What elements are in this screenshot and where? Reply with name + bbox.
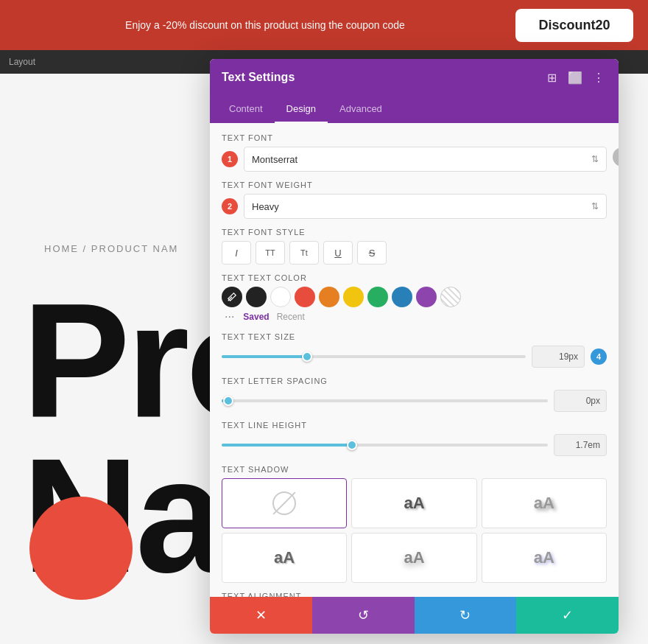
step-1-badge: 1 (222, 151, 238, 167)
line-height-fill (222, 444, 352, 447)
expand-icon[interactable]: ⊞ (543, 69, 560, 85)
banner-text: Enjoy a -20% discount on this product us… (15, 19, 515, 31)
step-3-badge[interactable] (222, 287, 242, 307)
bg-breadcrumb: HOME / PRODUCT NAM (44, 243, 178, 254)
recent-tab[interactable]: Recent (277, 312, 305, 322)
undo-icon: ↺ (358, 607, 369, 623)
confirm-icon: ✓ (562, 607, 573, 623)
redo-button[interactable]: ↻ (415, 597, 517, 634)
color-transparent[interactable] (440, 287, 461, 307)
top-bar-label: Layout (9, 57, 35, 67)
shadow-s2-preview: aA (534, 494, 554, 513)
letter-spacing-thumb[interactable] (223, 396, 233, 406)
shadow-options-grid: aA aA aA aA aA (222, 478, 607, 583)
shadow-s3-option[interactable]: aA (222, 533, 347, 583)
cancel-button[interactable]: ✕ (210, 597, 312, 634)
text-font-weight-value: Heavy (252, 201, 279, 212)
top-banner: Enjoy a -20% discount on this product us… (0, 0, 648, 50)
color-red[interactable] (295, 287, 315, 307)
tab-advanced[interactable]: Advanced (328, 96, 394, 123)
line-height-slider-row: 1.7em (222, 434, 607, 456)
shadow-s5-preview: aA (534, 548, 554, 567)
shadow-s4-option[interactable]: aA (351, 533, 476, 583)
shadow-none-option[interactable] (222, 478, 347, 528)
text-font-row: 1 Montserrat ⇅ (222, 147, 607, 172)
color-white[interactable] (270, 287, 291, 307)
letter-spacing-slider-row: 0px (222, 390, 607, 412)
bg-red-circle (29, 497, 133, 600)
step-4-badge: 4 (591, 349, 607, 365)
underline-button[interactable]: U (323, 241, 353, 265)
line-height-thumb[interactable] (347, 440, 357, 450)
shadow-s3-preview: aA (274, 548, 295, 567)
shadow-s2-option[interactable]: aA (482, 478, 607, 528)
shadow-s4-preview: aA (404, 548, 424, 567)
text-color-label: Text Text Color (222, 273, 607, 282)
color-picker-row (222, 287, 607, 307)
text-size-input[interactable]: 19px (532, 346, 585, 368)
shadow-s1-option[interactable]: aA (351, 478, 476, 528)
shadow-s1-preview: aA (404, 494, 424, 513)
font-select-arrow: ⇅ (591, 154, 599, 164)
text-alignment-label: Text Alignment (222, 592, 607, 597)
color-orange[interactable] (319, 287, 339, 307)
text-size-slider-row: 19px 4 (222, 346, 607, 368)
line-height-input[interactable]: 1.7em (554, 434, 607, 456)
panel-header-icons: ⊞ ⬜ ⋮ (543, 69, 607, 85)
panel-body: Text Font 1 Montserrat ⇅ Text Font Weigh… (210, 123, 619, 597)
letter-spacing-input[interactable]: 0px (554, 390, 607, 412)
text-settings-panel: Text Settings ⊞ ⬜ ⋮ Content Design Advan… (210, 59, 619, 634)
tab-design[interactable]: Design (275, 96, 328, 123)
banner-code: Discount20 (515, 9, 633, 42)
panel-header: Text Settings ⊞ ⬜ ⋮ (210, 59, 619, 96)
color-purple[interactable] (416, 287, 437, 307)
text-font-value: Montserrat (252, 154, 297, 165)
confirm-button[interactable]: ✓ (516, 597, 619, 634)
more-icon[interactable]: ⋮ (591, 69, 607, 85)
weight-select-arrow: ⇅ (591, 201, 599, 211)
shadow-none-icon (272, 491, 296, 515)
tab-content[interactable]: Content (217, 96, 275, 123)
caps-button[interactable]: TT (256, 241, 285, 265)
letter-spacing-track[interactable] (222, 399, 548, 402)
text-font-weight-select[interactable]: Heavy ⇅ (244, 194, 607, 219)
font-style-buttons: I TT Tt U S (222, 241, 607, 265)
redo-icon: ↻ (459, 607, 471, 623)
collapse-icon[interactable]: ⬜ (567, 69, 583, 85)
line-height-label: Text Line Height (222, 421, 607, 430)
color-dots-row: ··· Saved Recent (222, 310, 607, 323)
panel-title: Text Settings (222, 71, 295, 84)
shadow-s5-option[interactable]: aA (482, 533, 607, 583)
undo-button[interactable]: ↺ (312, 597, 415, 634)
strikethrough-button[interactable]: S (357, 241, 387, 265)
text-size-track[interactable] (222, 355, 526, 358)
saved-tab[interactable]: Saved (243, 312, 269, 322)
saved-recent: Saved Recent (243, 312, 304, 322)
color-yellow[interactable] (343, 287, 364, 307)
text-size-fill (222, 355, 307, 358)
color-green[interactable] (367, 287, 388, 307)
text-size-thumb[interactable] (302, 351, 312, 362)
caps2-button[interactable]: Tt (289, 241, 319, 265)
text-font-weight-label: Text Font Weight (222, 181, 607, 189)
panel-footer: ✕ ↺ ↻ ✓ (210, 597, 619, 634)
text-shadow-label: Text Shadow (222, 465, 607, 474)
color-black[interactable] (246, 287, 267, 307)
step-2-badge: 2 (222, 198, 238, 214)
cancel-icon: ✕ (256, 607, 267, 623)
text-font-select[interactable]: Montserrat ⇅ (244, 147, 607, 172)
color-blue[interactable] (392, 287, 412, 307)
text-font-style-label: Text Font Style (222, 228, 607, 237)
more-colors-button[interactable]: ··· (222, 310, 237, 323)
text-font-label: Text Font (222, 133, 607, 142)
panel-tabs: Content Design Advanced (210, 96, 619, 123)
letter-spacing-label: Text Letter Spacing (222, 377, 607, 385)
text-size-label: Text Text Size (222, 332, 607, 341)
text-font-weight-row: 2 Heavy ⇅ (222, 194, 607, 219)
line-height-track[interactable] (222, 444, 548, 447)
italic-button[interactable]: I (222, 241, 251, 265)
